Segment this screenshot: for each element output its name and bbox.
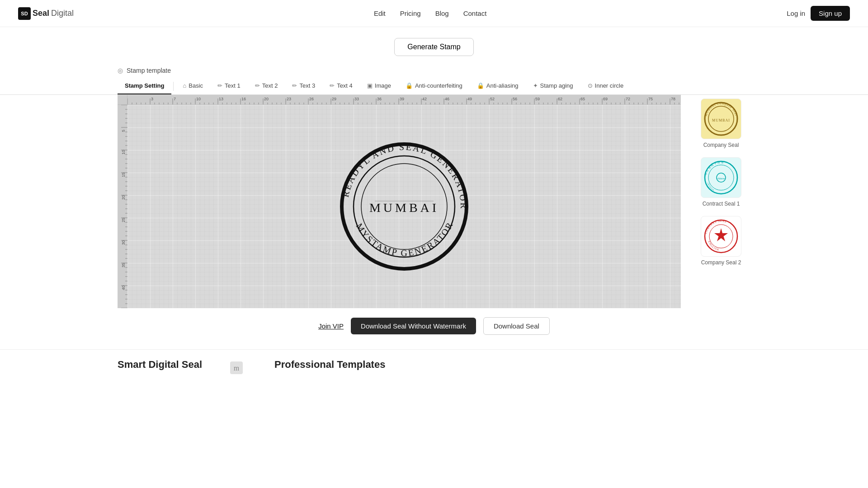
tab-basic[interactable]: ⌂ Basic (175, 78, 210, 94)
bottom-section: Smart Digital Seal m Professional Templa… (0, 349, 868, 384)
logo[interactable]: SD Seal Digital (18, 7, 74, 20)
tab-text3[interactable]: ✏ Text 3 (285, 78, 322, 94)
text4-icon: ✏ (330, 82, 335, 89)
template-company-seal-thumb: MUmbAI Company Seal MUMBAI (701, 99, 741, 139)
template-contract-seal-1-thumb: 中文合同专用章 chinese chinese (701, 157, 741, 198)
nav-links: Edit Pricing Blog Contact (374, 9, 486, 17)
template-company-seal-name: Company Seal (703, 142, 739, 148)
template-company-seal-2-name: Company Seal 2 (701, 259, 741, 266)
tab-divider-0 (173, 82, 174, 91)
stamp-template-label: Stamp template (127, 67, 171, 74)
tab-anti-aliasing-label: Anti-aliasing (486, 82, 519, 89)
tab-text4-label: Text 4 (337, 82, 353, 89)
tab-text2[interactable]: ✏ Text 2 (248, 78, 285, 94)
template-company-seal[interactable]: MUmbAI Company Seal MUMBAI Company Seal (692, 99, 750, 148)
tab-image[interactable]: ▣ Image (360, 78, 398, 94)
stamp-aging-icon: ✦ (533, 82, 538, 89)
tab-image-label: Image (375, 82, 391, 89)
svg-text:READYL AND SEAL GENERATOR: READYL AND SEAL GENERATOR (340, 142, 469, 210)
nav-blog[interactable]: Blog (435, 9, 449, 17)
ruler-top (127, 95, 681, 105)
ruler-left-canvas (118, 105, 127, 308)
tab-text1-label: Text 1 (225, 82, 241, 89)
anti-aliasing-icon: 🔒 (477, 82, 484, 89)
ruler-row (118, 95, 681, 105)
nav-edit[interactable]: Edit (374, 9, 386, 17)
nav-pricing[interactable]: Pricing (400, 9, 421, 17)
svg-text:ENGLISH: ENGLISH (708, 240, 719, 251)
canvas-body: READYL AND SEAL GENERATOR MYSTAMP GENERA… (118, 105, 681, 308)
tab-anti-aliasing[interactable]: 🔒 Anti-aliasing (470, 78, 526, 94)
template-contract-seal-1-name: Contract Seal 1 (703, 201, 740, 207)
download-section: Join VIP Download Seal Without Watermark… (0, 308, 868, 349)
tab-basic-label: Basic (189, 82, 203, 89)
anti-counterfeiting-icon: 🔒 (406, 82, 413, 89)
tabs-bar: Stamp Setting ⌂ Basic ✏ Text 1 ✏ Text 2 … (0, 78, 868, 95)
basic-icon: ⌂ (183, 82, 186, 89)
nav-contact[interactable]: Contact (463, 9, 487, 17)
tab-inner-circle[interactable]: ⊙ Inner circle (580, 78, 631, 94)
svg-text:COMPANY SEAL: COMPANY SEAL (704, 220, 727, 234)
join-vip-link[interactable]: Join VIP (318, 322, 344, 330)
download-without-watermark-button[interactable]: Download Seal Without Watermark (351, 318, 476, 334)
text1-icon: ✏ (217, 82, 222, 89)
inner-circle-icon: ⊙ (588, 82, 593, 89)
tab-stamp-setting-label: Stamp Setting (125, 82, 164, 89)
login-button[interactable]: Log in (787, 9, 805, 17)
tab-stamp-aging[interactable]: ✦ Stamp aging (526, 78, 580, 94)
navbar: SD Seal Digital Edit Pricing Blog Contac… (0, 0, 868, 27)
main-content: READYL AND SEAL GENERATOR MYSTAMP GENERA… (0, 95, 868, 308)
svg-text:MUMBAI: MUMBAI (369, 201, 439, 215)
tab-text3-label: Text 3 (299, 82, 315, 89)
svg-text:m: m (234, 364, 240, 372)
template-company-seal-2[interactable]: COMPANY SEAL ENGLISH Company Seal 2 (692, 216, 750, 266)
tab-anti-counterfeiting[interactable]: 🔒 Anti-counterfeiting (398, 78, 470, 94)
ruler-top-canvas (127, 95, 681, 105)
ruler-corner (118, 95, 127, 105)
tab-stamp-setting[interactable]: Stamp Setting (118, 78, 171, 94)
download-seal-button[interactable]: Download Seal (483, 317, 550, 335)
logo-icon: SD (18, 7, 31, 20)
bottom-right: Professional Templates (274, 359, 385, 375)
ruler-left (118, 105, 127, 308)
stamp-template-row: ◎ Stamp template (0, 63, 868, 78)
tab-stamp-aging-label: Stamp aging (540, 82, 573, 89)
canvas-area[interactable]: READYL AND SEAL GENERATOR MYSTAMP GENERA… (127, 105, 681, 308)
template-sidebar: MUmbAI Company Seal MUMBAI Company Seal (692, 95, 750, 275)
svg-text:MUMBAI: MUMBAI (712, 118, 730, 122)
smart-digital-seal-title: Smart Digital Seal (118, 359, 202, 371)
tab-text1[interactable]: ✏ Text 1 (210, 78, 248, 94)
tab-text2-label: Text 2 (262, 82, 278, 89)
nav-auth: Log in Sign up (787, 6, 850, 21)
image-icon: ▣ (367, 82, 373, 89)
generate-stamp-button[interactable]: Generate Stamp (394, 38, 473, 56)
professional-templates-title: Professional Templates (274, 359, 385, 371)
bottom-left: Smart Digital Seal (118, 359, 202, 375)
generate-section: Generate Stamp (0, 27, 868, 63)
logo-seal-text: Seal (33, 9, 49, 18)
svg-text:chinese: chinese (717, 177, 725, 180)
tab-anti-counterfeiting-label: Anti-counterfeiting (415, 82, 462, 89)
stamp-svg: READYL AND SEAL GENERATOR MYSTAMP GENERA… (336, 139, 472, 274)
template-company-seal-2-thumb: COMPANY SEAL ENGLISH (701, 216, 741, 257)
canvas-section: READYL AND SEAL GENERATOR MYSTAMP GENERA… (118, 95, 681, 308)
stamp-container[interactable]: READYL AND SEAL GENERATOR MYSTAMP GENERA… (336, 139, 472, 274)
tab-inner-circle-label: Inner circle (595, 82, 624, 89)
bottom-svg-icon: m (229, 361, 244, 375)
tab-text4[interactable]: ✏ Text 4 (322, 78, 360, 94)
stamp-template-icon: ◎ (118, 67, 123, 74)
text2-icon: ✏ (255, 82, 260, 89)
text3-icon: ✏ (292, 82, 297, 89)
svg-text:MYSTAMP GENERATOR: MYSTAMP GENERATOR (354, 220, 455, 258)
signup-button[interactable]: Sign up (811, 6, 850, 21)
svg-marker-19 (714, 228, 728, 241)
logo-digital-text: Digital (51, 9, 74, 18)
template-contract-seal-1[interactable]: 中文合同专用章 chinese chinese Contract Seal 1 (692, 157, 750, 207)
bottom-icon: m (229, 359, 247, 375)
